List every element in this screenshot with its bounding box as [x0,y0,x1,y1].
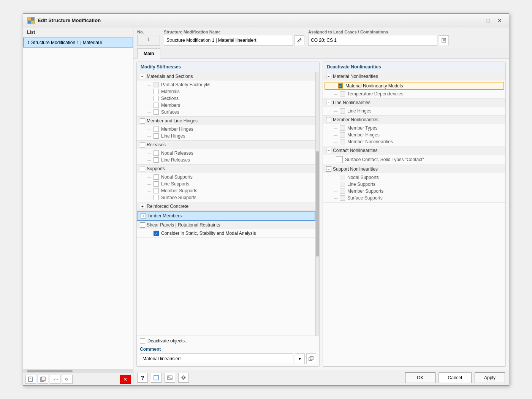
section-materials-sections-header[interactable]: − Materials and Sections [137,72,315,81]
comment-copy-button[interactable] [306,353,316,364]
section-timber-header[interactable]: + Timber Members [137,211,315,220]
image-button[interactable] [165,373,175,383]
comment-dropdown-button[interactable]: ▼ [295,353,305,364]
checkbox-materials[interactable] [154,89,159,94]
expand-member-nonlin[interactable]: − [326,117,331,122]
label-member-supports-nonlin: Member Supports [347,188,383,194]
checkbox-members-stiff[interactable] [154,103,159,108]
checkbox-surface-contact[interactable] [336,156,343,163]
svg-rect-2 [28,21,31,24]
expand-material-nonlin[interactable]: − [326,74,331,79]
tab-main[interactable]: Main [137,48,160,59]
section-material-nonlin-header[interactable]: − Material Nonlinearities [323,72,505,81]
settings-button[interactable] [178,373,189,383]
sidebar-header: List [23,27,133,38]
comment-input[interactable] [140,353,293,364]
copy-item-button[interactable] [38,375,48,384]
checkbox-line-supports[interactable] [154,181,159,187]
section-materials-sections: − Materials and Sections — Partial Safet… [137,72,315,117]
name-edit-button[interactable] [294,35,304,45]
material-nonlin-label: Material Nonlinearities [333,74,378,79]
checkbox-line-releases[interactable] [154,157,159,163]
expand-hinges[interactable]: − [140,118,145,124]
expand-line-nonlin[interactable]: − [326,100,331,105]
sidebar-scrollbar[interactable] [23,369,133,373]
item-surface-supports-nonlin: — Surface Supports [323,195,505,201]
checkbox-sections[interactable] [154,96,159,101]
checkbox-surface-supports[interactable] [154,195,159,200]
maximize-button[interactable]: □ [483,16,494,25]
svg-text:↻: ↻ [65,377,68,382]
checkbox-material-nonlin-models[interactable] [338,83,343,89]
assigned-value: CO 20; CS 1 [311,38,337,43]
checkbox-nodal-supports-nonlin[interactable] [340,175,345,180]
expand-releases[interactable]: − [140,142,145,147]
section-contact-nonlin-header[interactable]: − Contact Nonlinearities [323,146,505,155]
cancel-button[interactable]: Cancel [439,372,472,383]
checkbox-member-supports-nonlin[interactable] [340,188,345,194]
checkbox-consider-static[interactable] [154,231,159,236]
item-surfaces-stiff: — Surfaces [137,109,315,116]
comment-row: ▼ [140,353,316,364]
label-nodal-releases: Nodal Releases [161,150,193,156]
new-item-button[interactable] [25,375,36,384]
expand-timber[interactable]: + [141,213,146,218]
delete-button[interactable]: ✕ [120,375,131,384]
checkbox-line-supports-nonlin[interactable] [340,182,345,187]
section-releases-header[interactable]: − Releases [137,141,315,149]
stiffnesses-scrollbar[interactable] [315,72,319,336]
expand-contact-nonlin[interactable]: − [326,148,331,153]
assigned-input[interactable]: CO 20; CS 1 [308,35,437,46]
section-supports-header[interactable]: − Supports [137,165,315,173]
right-panel: No. 1 Structure Modification Name Struct… [133,27,509,385]
view-button[interactable] [151,373,162,383]
checkbox-partial-safety[interactable] [154,82,159,87]
apply-button[interactable]: Apply [475,372,505,383]
item-line-hinges: — Line Hinges [137,133,315,139]
section-member-nonlin-header[interactable]: − Member Nonlinearities [323,116,505,124]
section-support-nonlin-header[interactable]: − Support Nonlinearities [323,165,505,173]
minimize-button[interactable]: — [472,16,482,25]
checkbox-deactivate-objects[interactable] [140,338,145,344]
expand-supports[interactable]: − [140,166,145,171]
section-hinges-header[interactable]: − Member and Line Hinges [137,117,315,125]
checkbox-surfaces-stiff[interactable] [154,109,159,115]
checkbox-member-hinges-nonlin[interactable] [340,132,345,138]
checkbox-member-hinges[interactable] [154,127,159,132]
checkbox-line-hinges[interactable] [154,133,159,139]
expand-shear[interactable]: − [140,222,145,228]
label-nodal-supports-nonlin: Nodal Supports [347,175,379,180]
renumber-button[interactable]: ↻ [62,375,73,384]
checkbox-nodal-releases[interactable] [154,150,159,156]
assigned-select-button[interactable] [439,35,449,45]
sidebar-item-modification1[interactable]: 1 Structure Modification 1 | Material li [23,38,133,48]
material-nonlin-items: Material Nonlinearity Models — Temperatu… [323,81,505,98]
section-reinforced-header[interactable]: + Reinforced Concrete [137,202,315,211]
label-members-stiff: Members [161,103,180,108]
checkbox-member-supports[interactable] [154,188,159,193]
checkbox-member-types[interactable] [340,125,345,131]
item-line-supports: — Line Supports [137,180,315,187]
help-button[interactable]: ? [137,373,148,383]
checkbox-line-hinges-nonlin[interactable] [340,108,345,114]
section-timber-members: + Timber Members [137,211,315,221]
check-all-button[interactable]: ✓✓ [50,375,60,384]
section-shear-header[interactable]: − Shear Panels | Rotational Restraints [137,221,315,229]
expand-materials-sections[interactable]: − [140,74,145,79]
window-icon [27,17,35,24]
label-member-types: Member Types [347,125,377,131]
expand-support-nonlin[interactable]: − [326,166,331,172]
ok-button[interactable]: OK [405,372,435,383]
section-line-nonlin-header[interactable]: − Line Nonlinearities [323,98,505,107]
checkbox-surface-supports-nonlin[interactable] [340,195,345,201]
main-window: Edit Structure Modification — □ ✕ List 1… [23,13,509,386]
checkbox-temp-dependencies[interactable] [340,91,345,97]
svg-rect-4 [28,377,32,382]
assigned-input-row: CO 20; CS 1 [308,35,449,46]
checkbox-member-nonlinearities[interactable] [340,139,345,144]
checkbox-nodal-supports[interactable] [154,174,159,180]
close-button[interactable]: ✕ [494,16,505,25]
expand-reinforced[interactable]: + [140,204,145,209]
section-reinforced-concrete: + Reinforced Concrete [137,202,315,211]
name-input[interactable]: Structure Modification 1 | Material line… [164,35,293,46]
